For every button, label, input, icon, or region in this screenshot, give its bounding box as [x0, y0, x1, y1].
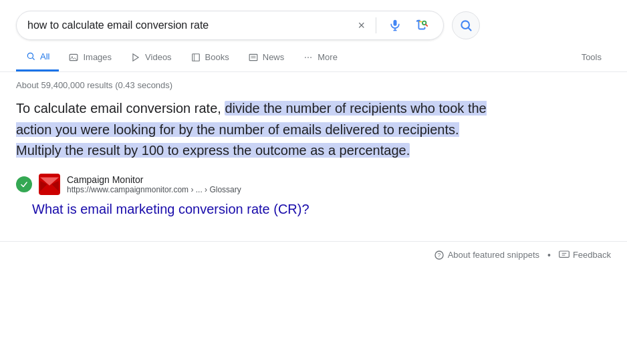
voice-search-button[interactable]	[384, 15, 406, 36]
nav-tabs: All Images Videos Books News More Tools	[0, 43, 627, 72]
svg-line-5	[469, 28, 471, 31]
tab-news[interactable]: News	[239, 44, 294, 71]
svg-point-17	[307, 57, 309, 58]
tools-button[interactable]: Tools	[572, 44, 611, 70]
snippet-text: To calculate email conversion rate, divi…	[16, 98, 505, 162]
books-tab-icon	[191, 52, 201, 63]
tab-books-label: Books	[205, 52, 229, 62]
svg-point-18	[310, 57, 311, 58]
verified-check-icon	[16, 176, 32, 192]
svg-rect-11	[192, 53, 199, 61]
tab-images-label: Images	[83, 52, 112, 62]
more-tab-icon	[303, 52, 314, 63]
footer-bar: ? About featured snippets • Feedback	[0, 241, 627, 268]
search-button[interactable]	[452, 11, 480, 39]
images-tab-icon	[68, 52, 79, 63]
svg-rect-25	[559, 251, 570, 257]
feedback-label: Feedback	[573, 250, 611, 260]
feedback-link[interactable]: Feedback	[559, 250, 611, 260]
news-tab-icon	[248, 52, 259, 63]
featured-snippet: To calculate email conversion rate, divi…	[0, 93, 521, 228]
search-input[interactable]: how to calculate email conversion rate	[27, 19, 350, 31]
results-info: About 59,400,000 results (0.43 seconds)	[0, 72, 627, 93]
lens-search-button[interactable]	[411, 15, 432, 36]
all-tab-icon	[25, 51, 36, 61]
svg-marker-10	[133, 53, 138, 61]
tab-videos[interactable]: Videos	[121, 44, 181, 71]
feedback-icon	[559, 250, 570, 260]
source-url: https://www.campaignmonitor.com › ... › …	[67, 185, 241, 194]
source-row: Campaign Monitor https://www.campaignmon…	[16, 174, 505, 195]
source-logo	[39, 174, 60, 195]
svg-rect-0	[394, 20, 397, 26]
snippet-text-before: To calculate email conversion rate,	[16, 101, 225, 116]
svg-text:?: ?	[437, 252, 441, 258]
search-divider	[376, 17, 376, 33]
about-snippets-label: About featured snippets	[448, 250, 539, 260]
tab-books[interactable]: Books	[181, 44, 239, 71]
tab-all-label: All	[40, 51, 49, 61]
tab-more-label: More	[318, 52, 338, 62]
source-info: Campaign Monitor https://www.campaignmon…	[67, 174, 241, 194]
search-bar[interactable]: how to calculate email conversion rate ×	[16, 11, 444, 40]
tab-all[interactable]: All	[16, 43, 59, 71]
help-icon: ?	[434, 250, 445, 260]
footer-dot: •	[547, 250, 551, 260]
tab-news-label: News	[263, 52, 285, 62]
videos-tab-icon	[130, 52, 141, 63]
svg-rect-13	[249, 54, 257, 60]
svg-point-16	[305, 57, 306, 58]
search-header: how to calculate email conversion rate ×	[0, 0, 627, 40]
source-name: Campaign Monitor	[67, 174, 241, 185]
svg-line-7	[33, 58, 35, 60]
clear-icon[interactable]: ×	[355, 19, 368, 33]
result-link[interactable]: What is email marketing conversion rate …	[16, 202, 505, 217]
about-snippets-link[interactable]: ? About featured snippets	[434, 250, 539, 260]
tab-videos-label: Videos	[145, 52, 172, 62]
tab-more[interactable]: More	[293, 44, 347, 71]
tab-images[interactable]: Images	[59, 44, 121, 71]
